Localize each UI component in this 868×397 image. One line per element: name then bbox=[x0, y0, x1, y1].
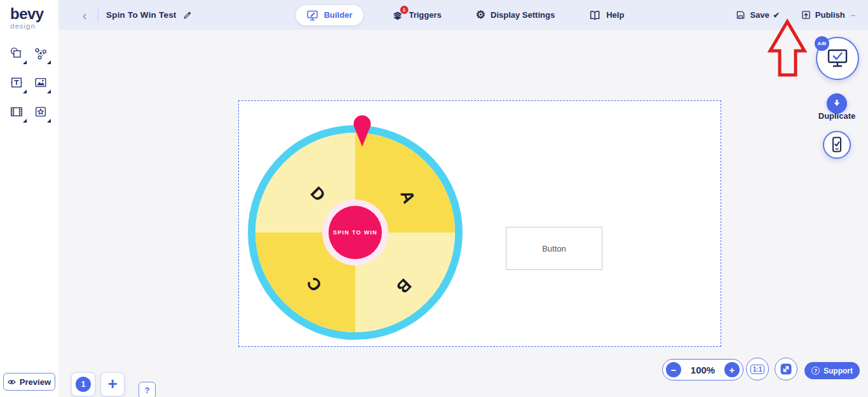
monitor-icon bbox=[826, 48, 849, 69]
flyout-indicator bbox=[47, 60, 51, 64]
tab-builder[interactable]: Builder bbox=[296, 5, 363, 25]
shapes-icon bbox=[10, 46, 24, 61]
flyout-indicator bbox=[47, 119, 51, 123]
tool-video-button[interactable] bbox=[6, 102, 27, 121]
plus-icon: + bbox=[107, 375, 117, 392]
flyout-indicator bbox=[47, 90, 51, 93]
video-icon bbox=[10, 104, 24, 119]
logo-name: bevy bbox=[10, 6, 58, 22]
preview-button[interactable]: Preview bbox=[3, 373, 55, 391]
tab-triggers-label: Triggers bbox=[409, 10, 441, 20]
topbar: ‹ Spin To Win Test Builder bbox=[58, 0, 868, 30]
logo: bevy design bbox=[0, 0, 58, 30]
page-title: Spin To Win Test bbox=[106, 10, 177, 20]
actual-size-button[interactable]: 1:1 bbox=[746, 358, 769, 380]
arrow-down-icon bbox=[831, 98, 843, 109]
publish-icon bbox=[801, 10, 811, 20]
triggers-badge: 1 bbox=[400, 6, 408, 14]
save-label: Save bbox=[750, 10, 769, 20]
tool-shapes-button[interactable] bbox=[6, 44, 27, 63]
support-button-label: Support bbox=[824, 367, 853, 375]
save-icon bbox=[736, 10, 745, 20]
publish-menu-indicator: – bbox=[851, 10, 855, 20]
logo-tagline: design bbox=[10, 22, 58, 30]
mobile-preview-button[interactable] bbox=[823, 131, 851, 159]
main-nav: Builder 1 Triggers ⚙ Display Settings bbox=[296, 0, 631, 30]
topbar-divider bbox=[98, 8, 98, 22]
ab-test-badge-label: A/B bbox=[818, 41, 827, 46]
actual-size-label: 1:1 bbox=[750, 365, 764, 374]
ab-test-badge[interactable]: A/B bbox=[815, 36, 829, 51]
save-button[interactable]: Save ✔ bbox=[732, 10, 783, 20]
plus-icon: + bbox=[729, 365, 735, 375]
triggers-icon: 1 bbox=[391, 9, 403, 21]
preview-button-label: Preview bbox=[20, 377, 51, 387]
gear-icon: ⚙ bbox=[476, 10, 485, 20]
sidebar: bevy design bbox=[0, 0, 58, 397]
page-number: 1 bbox=[76, 377, 91, 392]
tool-sticker-button[interactable] bbox=[30, 102, 51, 121]
text-icon bbox=[10, 75, 24, 90]
tool-text-button[interactable] bbox=[6, 73, 27, 92]
publish-button[interactable]: Publish – bbox=[797, 10, 859, 20]
flyout-indicator bbox=[23, 60, 27, 64]
page-button[interactable]: 1 bbox=[71, 372, 95, 396]
pencil-icon bbox=[183, 11, 192, 20]
spin-button[interactable]: SPIN TO WIN bbox=[329, 206, 382, 259]
zoom-out-button[interactable]: − bbox=[666, 362, 681, 377]
top-actions: Save ✔ Publish – bbox=[732, 0, 859, 30]
wheel-hub-ring: SPIN TO WIN bbox=[322, 199, 388, 266]
zoom-level: 100% bbox=[691, 365, 715, 375]
app: ‹ Spin To Win Test Builder bbox=[0, 0, 868, 397]
back-chevron-icon: ‹ bbox=[83, 9, 87, 22]
eye-icon bbox=[8, 379, 16, 386]
fullscreen-button[interactable] bbox=[775, 358, 797, 380]
check-icon: ✔ bbox=[773, 11, 780, 20]
book-icon bbox=[589, 10, 601, 21]
builder-icon bbox=[307, 10, 319, 21]
flyout-indicator bbox=[23, 90, 27, 93]
question-icon: ? bbox=[145, 386, 150, 395]
expand-icon bbox=[780, 363, 792, 375]
back-button[interactable]: ‹ bbox=[76, 7, 93, 24]
tab-display-settings-label: Display Settings bbox=[491, 10, 555, 20]
integrations-icon bbox=[34, 46, 48, 61]
design-canvas[interactable]: ABCD SPIN TO WIN Button bbox=[238, 100, 721, 347]
minus-icon: − bbox=[671, 365, 677, 375]
tab-help-label: Help bbox=[606, 10, 624, 20]
support-button[interactable]: ? Support bbox=[804, 362, 860, 379]
help-button[interactable]: ? bbox=[139, 382, 156, 397]
spin-button-label: SPIN TO WIN bbox=[333, 229, 377, 236]
button-element-label: Button bbox=[542, 244, 566, 253]
star-icon bbox=[34, 104, 48, 119]
zoom-control: − 100% + bbox=[662, 359, 743, 380]
tool-image-button[interactable] bbox=[30, 73, 51, 92]
wheel-pointer-pin bbox=[351, 115, 374, 153]
tab-help[interactable]: Help bbox=[583, 5, 630, 25]
phone-icon bbox=[829, 136, 844, 154]
question-circle-icon: ? bbox=[811, 367, 820, 375]
edit-title-button[interactable] bbox=[182, 10, 193, 21]
tab-triggers[interactable]: 1 Triggers bbox=[384, 4, 447, 25]
tab-builder-label: Builder bbox=[324, 10, 353, 20]
image-icon bbox=[34, 75, 48, 90]
duplicate-label: Duplicate bbox=[818, 111, 856, 121]
flyout-indicator bbox=[23, 119, 27, 123]
spin-wheel-widget[interactable]: ABCD SPIN TO WIN bbox=[248, 125, 463, 340]
publish-label: Publish bbox=[815, 10, 845, 20]
zoom-in-button[interactable]: + bbox=[724, 362, 740, 377]
tool-grid bbox=[6, 44, 58, 121]
tool-integrations-button[interactable] bbox=[30, 44, 51, 63]
button-element[interactable]: Button bbox=[506, 227, 602, 270]
tab-display-settings[interactable]: ⚙ Display Settings bbox=[470, 5, 561, 25]
add-page-button[interactable]: + bbox=[100, 372, 125, 396]
